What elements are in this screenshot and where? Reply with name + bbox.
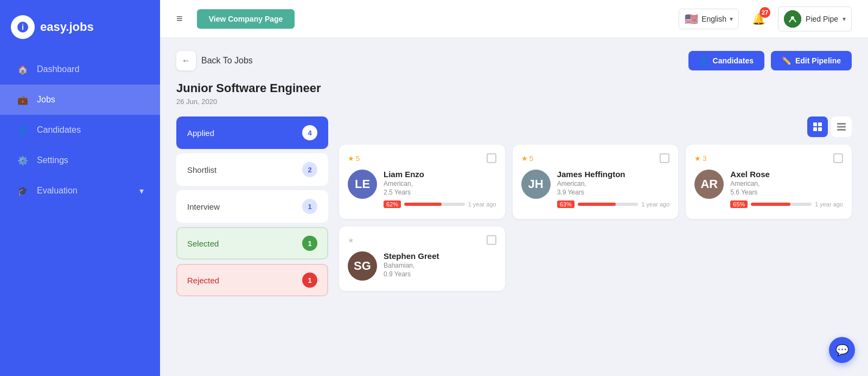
chat-button[interactable]: 💬 (829, 337, 855, 363)
topbar-right: 🇺🇸 English ▾ 🔔 27 Pied Pipe ▾ (679, 7, 852, 31)
svg-rect-7 (818, 127, 822, 131)
evaluation-left: 🎓 Evaluation (16, 184, 78, 197)
progress-fill (578, 203, 616, 206)
sidebar-item-dashboard[interactable]: 🏠 Dashboard (0, 54, 160, 85)
candidate-experience: 5.6 Years (730, 189, 843, 196)
candidates-btn-label: Candidates (713, 56, 754, 65)
candidate-experience: 3.9 Years (557, 189, 670, 196)
score-badge: 63% (557, 200, 575, 208)
edit-pipeline-label: Edit Pipeline (795, 56, 841, 65)
edit-pipeline-button[interactable]: ✏️ Edit Pipeline (771, 51, 852, 70)
sidebar-item-evaluation[interactable]: 🎓 Evaluation ▾ (0, 176, 160, 206)
svg-rect-9 (837, 126, 846, 128)
candidate-name: Liam Enzo (384, 170, 496, 179)
company-logo (784, 10, 801, 28)
pipeline-item-label: Rejected (187, 276, 219, 285)
star-icon: ★ (521, 154, 528, 163)
sidebar-item-settings[interactable]: ⚙️ Settings (0, 145, 160, 176)
star-icon: ★ (348, 236, 354, 244)
candidate-info: Stephen Greet Bahamian, 0.9 Years (384, 251, 496, 282)
progress-row: 65% 1 year ago (730, 200, 843, 208)
sidebar-item-candidates[interactable]: 👤 Candidates (0, 115, 160, 145)
pipeline-count-badge: 1 (302, 273, 317, 288)
candidate-card[interactable]: ★ 5 LE Liam Enzo American, 2.5 Years (339, 145, 505, 219)
candidates-grid: ★ 5 LE Liam Enzo American, 2.5 Years (339, 145, 852, 291)
time-ago: 1 year ago (468, 201, 496, 208)
candidate-checkbox[interactable] (487, 153, 496, 163)
candidate-name: James Heffington (557, 170, 670, 179)
candidate-name: Axel Rose (730, 170, 843, 179)
pipeline-item-applied[interactable]: Applied 4 (176, 116, 328, 149)
grid-view-button[interactable] (807, 116, 828, 137)
svg-point-3 (791, 16, 794, 20)
sidebar: i easy.jobs 🏠 Dashboard 💼 Jobs 👤 Candida… (0, 0, 160, 376)
pipeline-candidates-layout: Applied 4 Shortlist 2 Interview 1 Select… (176, 116, 852, 296)
view-company-button[interactable]: View Company Page (197, 9, 295, 29)
pipeline-item-selected[interactable]: Selected 1 (176, 227, 328, 260)
candidate-info: Liam Enzo American, 2.5 Years 62% 1 year… (384, 170, 496, 210)
pipeline-column: Applied 4 Shortlist 2 Interview 1 Select… (176, 116, 328, 296)
pipeline-count-badge: 1 (302, 236, 317, 251)
progress-bar (751, 203, 812, 206)
star-count: 5 (529, 154, 533, 163)
briefcase-icon: 💼 (16, 93, 29, 106)
logo-text: easy.jobs (40, 20, 94, 34)
candidate-checkbox[interactable] (487, 235, 496, 245)
score-badge: 65% (730, 200, 748, 208)
avatar: JH (521, 170, 551, 199)
candidates-button[interactable]: 👤 Candidates (688, 51, 764, 70)
pipeline-count-badge: 4 (302, 125, 317, 140)
star-count: 5 (356, 154, 360, 163)
pipeline-item-interview[interactable]: Interview 1 (176, 190, 328, 223)
candidate-name: Stephen Greet (384, 251, 496, 261)
home-icon: 🏠 (16, 63, 29, 76)
candidate-card[interactable]: ★ 3 AR Axel Rose American, 5.6 Years (686, 145, 852, 219)
svg-rect-6 (813, 127, 817, 131)
job-title: Junior Software Engineer (176, 81, 852, 95)
candidate-experience: 0.9 Years (384, 270, 496, 278)
pipeline-count-badge: 1 (302, 199, 317, 214)
progress-bar (578, 203, 639, 206)
pipeline-item-shortlist[interactable]: Shortlist 2 (176, 153, 328, 186)
pencil-icon: ✏️ (782, 56, 791, 65)
candidate-nationality: American, (384, 180, 496, 187)
svg-rect-4 (813, 122, 817, 126)
topbar: ≡ View Company Page 🇺🇸 English ▾ 🔔 27 (160, 0, 868, 38)
company-selector[interactable]: Pied Pipe ▾ (778, 7, 852, 31)
progress-row: 62% 1 year ago (384, 200, 496, 208)
candidate-card[interactable]: ★ 5 JH James Heffington American, 3.9 Ye… (513, 145, 679, 219)
notifications-button[interactable]: 🔔 27 (749, 9, 768, 29)
back-to-jobs-button[interactable]: ← Back To Jobs (176, 51, 253, 70)
star-rating: ★ 3 (694, 154, 706, 163)
candidate-checkbox[interactable] (660, 153, 669, 163)
language-selector[interactable]: 🇺🇸 English ▾ (679, 9, 739, 29)
graduation-icon: 🎓 (16, 184, 29, 197)
sidebar-item-jobs[interactable]: 💼 Jobs (0, 85, 160, 115)
svg-rect-10 (837, 129, 846, 131)
avatar: AR (694, 170, 724, 199)
main-content: ≡ View Company Page 🇺🇸 English ▾ 🔔 27 (160, 0, 868, 376)
avatar: LE (348, 170, 377, 199)
person-icon: 👤 (699, 56, 709, 65)
pipeline-item-label: Selected (187, 239, 219, 248)
svg-rect-8 (837, 123, 846, 125)
star-icon: ★ (348, 154, 354, 163)
sidebar-item-label: Evaluation (37, 186, 78, 196)
progress-fill (404, 203, 442, 206)
list-view-button[interactable] (831, 116, 852, 137)
svg-rect-5 (818, 122, 822, 126)
top-actions: ← Back To Jobs 👤 Candidates ✏️ Edit Pipe… (176, 51, 852, 70)
candidate-info: Axel Rose American, 5.6 Years 65% 1 year… (730, 170, 843, 210)
card-top: ★ 5 (348, 153, 496, 163)
hamburger-icon[interactable]: ≡ (176, 12, 183, 25)
card-top: ★ 3 (694, 153, 843, 163)
chevron-down-icon: ▾ (730, 15, 733, 23)
candidate-card[interactable]: ★ SG Stephen Greet Bahamian, 0.9 Years (339, 226, 505, 291)
star-rating: ★ (348, 236, 354, 244)
star-icon: ★ (694, 154, 701, 163)
pipeline-item-rejected[interactable]: Rejected 1 (176, 264, 328, 296)
sidebar-item-label: Settings (37, 155, 68, 165)
back-arrow-icon: ← (176, 51, 196, 70)
candidate-checkbox[interactable] (833, 153, 843, 163)
candidate-info: James Heffington American, 3.9 Years 63%… (557, 170, 670, 210)
